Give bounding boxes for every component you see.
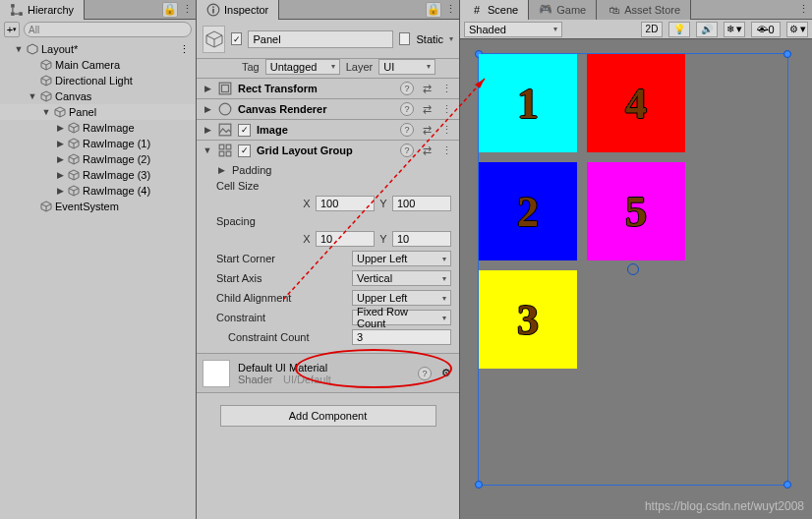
spacing-x-field[interactable]: 10: [316, 231, 375, 247]
scene-icon: #: [470, 3, 484, 17]
tree-row[interactable]: EventSystem: [0, 199, 196, 214]
tree-row[interactable]: ▼Panel: [0, 104, 196, 120]
inspector-tab[interactable]: Inspector: [197, 0, 279, 20]
cube-icon: [67, 137, 81, 150]
game-tab-label: Game: [556, 4, 586, 16]
padding-foldout[interactable]: ▶: [216, 165, 226, 175]
hidden-toggle[interactable]: 👁0: [751, 22, 781, 37]
tree-row[interactable]: ▶RawImage (3): [0, 167, 196, 183]
tree-row[interactable]: Main Camera: [0, 57, 196, 73]
scene-view[interactable]: 12345 https://blog.csdn.net/wuyt2008: [460, 39, 812, 519]
scene-menu-icon[interactable]: ⋮: [794, 3, 812, 16]
help-icon[interactable]: ?: [400, 102, 414, 116]
spacing-y-field[interactable]: 10: [392, 231, 451, 247]
svg-line-27: [69, 142, 74, 144]
foldout-icon[interactable]: ▶: [55, 154, 65, 164]
mode-2d-toggle[interactable]: 2D: [641, 22, 663, 37]
fx-toggle[interactable]: ❄▾: [724, 22, 745, 37]
hierarchy-tree: ▼Layout*⋮Main CameraDirectional Light▼Ca…: [0, 39, 196, 216]
preset-icon[interactable]: ⇄: [420, 103, 434, 116]
tree-row[interactable]: ▶RawImage (2): [0, 151, 196, 167]
context-menu-icon[interactable]: ⋮: [439, 103, 453, 116]
constraintcount-field[interactable]: 3: [352, 329, 451, 345]
audio-toggle[interactable]: 🔊: [696, 22, 718, 37]
gameobject-name-field[interactable]: [248, 30, 393, 48]
inspector-menu-icon[interactable]: ⋮: [441, 3, 459, 16]
startcorner-dropdown[interactable]: Upper Left▾: [352, 251, 451, 266]
shading-dropdown[interactable]: Shaded▾: [464, 22, 562, 37]
help-icon[interactable]: ?: [400, 123, 414, 137]
svg-rect-58: [226, 144, 231, 149]
foldout-icon[interactable]: ▶: [55, 170, 65, 180]
preset-icon[interactable]: ⇄: [420, 124, 434, 137]
tree-row[interactable]: ▼Layout*⋮: [0, 41, 196, 57]
scene-tab[interactable]: # Scene: [460, 0, 529, 20]
img-foldout[interactable]: ▶: [203, 125, 212, 135]
shader-value: UI/Default: [283, 374, 331, 385]
hierarchy-search-input[interactable]: [24, 22, 192, 37]
create-button[interactable]: +▾: [4, 22, 20, 37]
preset-icon[interactable]: ⇄: [420, 83, 434, 95]
startaxis-dropdown[interactable]: Vertical▾: [352, 270, 451, 286]
cube-icon: [39, 74, 53, 87]
childalign-dropdown[interactable]: Upper Left▾: [352, 290, 451, 306]
constraint-dropdown[interactable]: Fixed Row Count▾: [352, 310, 451, 325]
gameobject-header: ✓ Static ▾: [197, 20, 459, 59]
context-menu-icon[interactable]: ⋮: [439, 144, 453, 157]
tree-row[interactable]: ▶RawImage (1): [0, 136, 196, 151]
foldout-icon[interactable]: [28, 76, 37, 86]
svg-line-11: [41, 79, 46, 82]
tree-item-label: Directional Light: [55, 75, 133, 86]
assetstore-tab-label: Asset Store: [624, 4, 680, 16]
add-component-button[interactable]: Add Component: [220, 405, 436, 427]
gizmos-toggle[interactable]: ⚙▾: [786, 22, 808, 37]
material-preview[interactable]: [203, 360, 230, 387]
foldout-icon[interactable]: ▶: [55, 186, 65, 196]
tree-item-menu-icon[interactable]: ⋮: [179, 43, 194, 56]
foldout-icon[interactable]: ▶: [55, 139, 65, 148]
foldout-icon[interactable]: [28, 60, 37, 70]
foldout-icon[interactable]: ▼: [14, 44, 24, 54]
lighting-toggle[interactable]: 💡: [668, 22, 690, 37]
layer-dropdown[interactable]: UI▾: [378, 59, 435, 75]
svg-rect-48: [212, 8, 214, 13]
assetstore-tab[interactable]: 🛍 Asset Store: [597, 0, 691, 20]
tree-row[interactable]: ▼Canvas: [0, 88, 196, 104]
cr-foldout[interactable]: ▶: [203, 104, 212, 114]
context-menu-icon[interactable]: ⋮: [439, 83, 453, 95]
help-icon[interactable]: ?: [400, 144, 414, 157]
tree-item-label: RawImage: [83, 122, 135, 134]
svg-line-7: [41, 63, 46, 66]
foldout-icon[interactable]: [28, 202, 37, 211]
cellsize-x-field[interactable]: 100: [316, 196, 375, 211]
gameobject-active-checkbox[interactable]: ✓: [231, 32, 242, 45]
hierarchy-menu-icon[interactable]: ⋮: [178, 3, 196, 16]
game-tab[interactable]: 🎮 Game: [529, 0, 597, 20]
tree-row[interactable]: ▶RawImage: [0, 120, 196, 136]
static-dropdown-icon[interactable]: ▾: [449, 34, 453, 43]
static-checkbox[interactable]: [399, 32, 410, 45]
gameobject-icon[interactable]: [203, 26, 225, 53]
svg-line-51: [214, 35, 222, 39]
svg-rect-4: [19, 12, 23, 16]
help-icon[interactable]: ?: [418, 367, 432, 380]
tree-row[interactable]: Directional Light: [0, 73, 196, 88]
help-icon[interactable]: ?: [400, 82, 414, 95]
preset-icon[interactable]: ⇄: [420, 144, 434, 157]
image-enabled-checkbox[interactable]: ✓: [238, 124, 251, 137]
hierarchy-lock-icon[interactable]: 🔒: [162, 2, 178, 18]
context-menu-icon[interactable]: ⋮: [439, 124, 453, 137]
grid-enabled-checkbox[interactable]: ✓: [238, 144, 251, 157]
inspector-lock-icon[interactable]: 🔒: [426, 2, 441, 18]
cellsize-y-field[interactable]: 100: [392, 196, 451, 211]
foldout-icon[interactable]: ▼: [28, 91, 37, 101]
tree-row[interactable]: ▶RawImage (4): [0, 183, 196, 199]
gear-icon[interactable]: ⚙: [439, 367, 453, 380]
rect-foldout[interactable]: ▶: [203, 84, 212, 93]
foldout-icon[interactable]: ▼: [41, 107, 51, 117]
tag-dropdown[interactable]: Untagged▾: [265, 59, 340, 75]
hierarchy-tab[interactable]: Hierarchy: [0, 0, 85, 20]
grid-foldout[interactable]: ▼: [203, 145, 212, 155]
svg-line-31: [69, 157, 74, 160]
foldout-icon[interactable]: ▶: [55, 123, 65, 133]
